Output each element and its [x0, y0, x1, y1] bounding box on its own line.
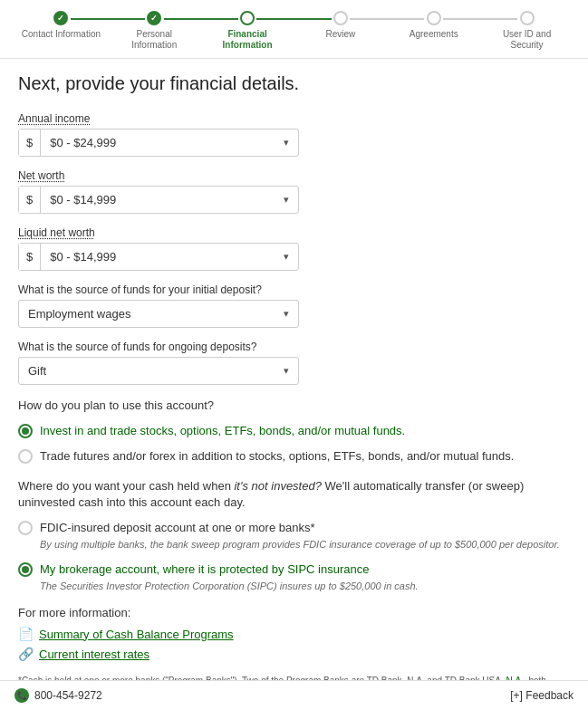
- account-use-label-futures: Trade futures and/or forex in addition t…: [40, 448, 514, 465]
- source-initial-label: What is the source of funds for your ini…: [18, 283, 570, 296]
- source-initial-value: Employment wages: [28, 307, 130, 321]
- radio-brokerage[interactable]: [18, 562, 33, 577]
- more-info-section: For more information: 📄 Summary of Cash …: [18, 606, 570, 661]
- footer-phone-section: 📞 800-454-9272: [14, 688, 102, 703]
- step-label-financial: FinancialInformation: [223, 29, 273, 51]
- account-use-group: How do you plan to use this account? Inv…: [18, 398, 570, 465]
- link-summary-text[interactable]: Summary of Cash Balance Programs: [39, 628, 234, 641]
- net-worth-prefix: $: [19, 187, 41, 213]
- net-worth-arrow: ▾: [284, 194, 289, 206]
- radio-invest[interactable]: [18, 424, 33, 438]
- annual-income-arrow: ▾: [284, 137, 289, 149]
- account-use-question: How do you plan to use this account?: [18, 398, 570, 414]
- liquid-net-worth-value: $0 - $14,999: [50, 250, 116, 264]
- step-circle-contact: [53, 11, 68, 25]
- progress-step-contact[interactable]: Contact Information: [14, 11, 108, 40]
- cash-held-option-fdic[interactable]: FDIC-insured deposit account at one or m…: [18, 520, 570, 552]
- cash-held-brokerage-label: My brokerage account, where it is protec…: [40, 562, 369, 576]
- feedback-label[interactable]: Feedback: [525, 689, 574, 702]
- progress-step-personal[interactable]: PersonalInformation: [108, 11, 201, 51]
- feedback-icon: [+]: [510, 689, 523, 702]
- source-initial-arrow: ▾: [284, 308, 289, 320]
- account-use-option-futures[interactable]: Trade futures and/or forex in addition t…: [18, 448, 570, 465]
- main-content: Next, provide your financial details. An…: [0, 59, 588, 710]
- step-circle-agreements: [427, 11, 441, 25]
- cash-held-section: Where do you want your cash held when it…: [18, 478, 570, 594]
- source-initial-select[interactable]: Employment wages ▾: [18, 300, 299, 328]
- cash-held-fdic-content: FDIC-insured deposit account at one or m…: [40, 520, 560, 552]
- step-label-agreements: Agreements: [410, 29, 458, 40]
- cash-held-fdic-subtext: By using multiple banks, the bank sweep …: [40, 538, 560, 552]
- annual-income-value: $0 - $24,999: [50, 136, 116, 149]
- step-circle-userid: [520, 11, 535, 25]
- cash-held-question-prefix: Where do you want your cash held when: [18, 479, 231, 493]
- source-ongoing-select[interactable]: Gift ▾: [18, 357, 299, 385]
- cash-held-brokerage-subtext: The Securities Investor Protection Corpo…: [40, 580, 419, 593]
- phone-icon: 📞: [14, 688, 29, 703]
- page-title: Next, provide your financial details.: [18, 73, 570, 94]
- link-interest-text[interactable]: Current interest rates: [39, 648, 149, 661]
- account-use-options: Invest in and trade stocks, options, ETF…: [18, 423, 570, 465]
- link-interest[interactable]: 🔗 Current interest rates: [18, 647, 570, 661]
- annual-income-label: Annual income: [18, 112, 570, 125]
- net-worth-label: Net worth: [18, 169, 570, 182]
- cash-held-option-brokerage[interactable]: My brokerage account, where it is protec…: [18, 561, 570, 594]
- account-use-option-invest[interactable]: Invest in and trade stocks, options, ETF…: [18, 423, 570, 439]
- progress-step-review[interactable]: Review: [294, 11, 387, 40]
- cash-held-question: Where do you want your cash held when it…: [18, 478, 570, 511]
- liquid-net-worth-select[interactable]: $ $0 - $14,999 ▾: [18, 243, 299, 271]
- liquid-net-worth-label: Liquid net worth: [18, 226, 570, 239]
- source-ongoing-arrow: ▾: [284, 365, 289, 377]
- liquid-net-worth-group: Liquid net worth $ $0 - $14,999 ▾: [18, 226, 570, 271]
- cash-held-brokerage-content: My brokerage account, where it is protec…: [40, 561, 419, 594]
- step-circle-financial: [240, 11, 255, 25]
- liquid-net-worth-prefix: $: [19, 244, 41, 270]
- annual-income-prefix: $: [19, 130, 41, 156]
- annual-income-select[interactable]: $ $0 - $24,999 ▾: [18, 129, 299, 157]
- radio-fdic[interactable]: [18, 521, 33, 535]
- source-ongoing-label: What is the source of funds for ongoing …: [18, 341, 570, 353]
- footer-feedback[interactable]: [+] Feedback: [510, 689, 574, 702]
- annual-income-field[interactable]: $0 - $24,999 ▾: [41, 130, 298, 156]
- step-label-userid: User ID andSecurity: [503, 29, 551, 51]
- source-initial-group: What is the source of funds for your ini…: [18, 283, 570, 328]
- footer-phone-number: 800-454-9272: [34, 689, 102, 702]
- progress-step-agreements[interactable]: Agreements: [387, 11, 480, 40]
- progress-bar: Contact Information PersonalInformation …: [0, 0, 588, 59]
- step-circle-review: [333, 11, 348, 25]
- liquid-net-worth-arrow: ▾: [284, 251, 289, 263]
- source-ongoing-value: Gift: [28, 364, 46, 378]
- link-icon: 🔗: [18, 647, 34, 661]
- link-summary[interactable]: 📄 Summary of Cash Balance Programs: [18, 627, 570, 641]
- cash-held-options: FDIC-insured deposit account at one or m…: [18, 520, 570, 593]
- step-label-personal: PersonalInformation: [131, 29, 177, 51]
- step-label-review: Review: [326, 29, 356, 40]
- net-worth-field[interactable]: $0 - $14,999 ▾: [41, 187, 298, 213]
- net-worth-group: Net worth $ $0 - $14,999 ▾: [18, 169, 570, 214]
- source-ongoing-group: What is the source of funds for ongoing …: [18, 341, 570, 385]
- liquid-net-worth-field[interactable]: $0 - $14,999 ▾: [41, 244, 298, 270]
- progress-step-financial[interactable]: FinancialInformation: [201, 11, 294, 51]
- net-worth-select[interactable]: $ $0 - $14,999 ▾: [18, 186, 299, 214]
- step-label-contact: Contact Information: [22, 29, 101, 40]
- cash-held-fdic-label: FDIC-insured deposit account at one or m…: [40, 521, 315, 534]
- document-icon: 📄: [18, 627, 34, 641]
- account-use-label-invest: Invest in and trade stocks, options, ETF…: [40, 423, 405, 439]
- step-circle-personal: [147, 11, 161, 25]
- radio-futures[interactable]: [18, 449, 33, 464]
- net-worth-value: $0 - $14,999: [50, 193, 116, 206]
- footer: 📞 800-454-9272 [+] Feedback: [0, 680, 588, 710]
- progress-step-userid[interactable]: User ID andSecurity: [480, 11, 574, 51]
- cash-held-question-italic: it's not invested?: [234, 479, 321, 493]
- more-info-label: For more information:: [18, 606, 570, 619]
- annual-income-group: Annual income $ $0 - $24,999 ▾: [18, 112, 570, 157]
